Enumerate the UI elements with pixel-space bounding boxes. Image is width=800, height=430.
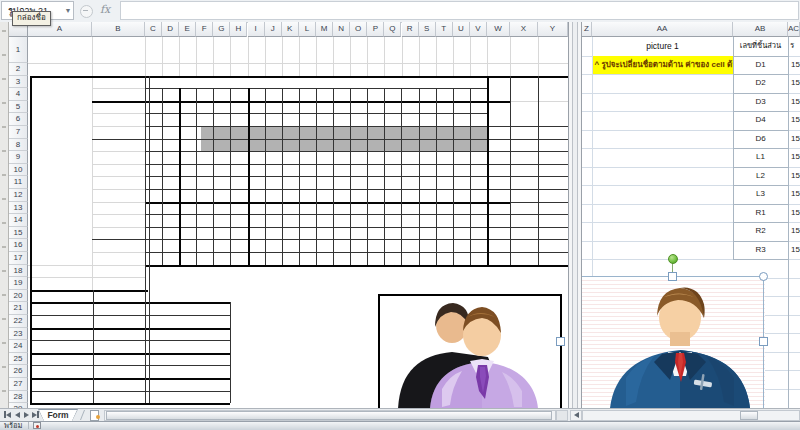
column-header-G[interactable]: G <box>213 22 230 37</box>
macro-record-icon[interactable] <box>33 422 41 429</box>
selected-picture[interactable] <box>596 282 764 408</box>
cell-part-D6[interactable]: D6 <box>733 130 788 149</box>
last-sheet-icon[interactable] <box>31 410 40 419</box>
row-header-25[interactable]: 25 <box>9 353 28 366</box>
row-header-22[interactable]: 22 <box>9 315 28 328</box>
right-pane-hscrollbar-thumb[interactable] <box>740 411 758 420</box>
column-header-H[interactable]: H <box>230 22 247 37</box>
row-header-17[interactable]: 17 <box>9 252 28 265</box>
column-header-AC[interactable]: AC <box>788 22 800 37</box>
row-header-4[interactable]: 4 <box>9 88 28 101</box>
scroll-left-icon[interactable] <box>570 410 582 421</box>
column-header-J[interactable]: J <box>265 22 282 37</box>
row-header-8[interactable]: 8 <box>9 139 28 152</box>
resize-handle-top[interactable] <box>668 272 677 281</box>
row-header-10[interactable]: 10 <box>9 164 28 177</box>
cell-part-D1[interactable]: D1 <box>733 56 788 75</box>
cell-value-D3[interactable]: 150 <box>791 93 800 112</box>
row-header-27[interactable]: 27 <box>9 378 28 391</box>
cell-clipped-header[interactable]: ร <box>790 37 800 55</box>
column-header-M[interactable]: M <box>316 22 333 37</box>
sheet-tab-form[interactable]: Form <box>38 409 78 421</box>
row-header-18[interactable]: 18 <box>9 265 28 278</box>
column-header-F[interactable]: F <box>196 22 213 37</box>
column-header-L[interactable]: L <box>299 22 316 37</box>
row-header-3[interactable]: 3 <box>9 76 28 89</box>
column-header-X[interactable]: X <box>510 22 538 37</box>
column-header-W[interactable]: W <box>487 22 510 37</box>
column-header-E[interactable]: E <box>179 22 196 37</box>
row-header-21[interactable]: 21 <box>9 302 28 315</box>
column-header-V[interactable]: V <box>470 22 487 37</box>
yellow-note-cell[interactable]: ^ รูปจะเปลี่ยนชื่อตามด้าน ค่าของ cell ด้… <box>593 56 733 74</box>
cell-part-D4[interactable]: D4 <box>733 111 788 130</box>
row-header-2[interactable]: 2 <box>9 63 28 76</box>
column-header-R[interactable]: R <box>402 22 419 37</box>
row-header-23[interactable]: 23 <box>9 328 28 341</box>
resize-handle-left[interactable] <box>556 337 565 346</box>
pane-split-bar[interactable] <box>568 22 582 421</box>
cell-value-D4[interactable]: 150 <box>791 111 800 130</box>
cell-picture-label[interactable]: picture 1 <box>592 37 733 55</box>
column-header-C[interactable]: C <box>145 22 162 37</box>
next-sheet-icon[interactable] <box>22 410 31 419</box>
column-header-K[interactable]: K <box>282 22 299 37</box>
column-header-T[interactable]: T <box>436 22 453 37</box>
column-header-Y[interactable]: Y <box>538 22 568 37</box>
picture-frame-box[interactable] <box>378 294 562 408</box>
cell-value-L3[interactable]: 150 <box>791 185 800 204</box>
prev-sheet-icon[interactable] <box>13 410 22 419</box>
column-header-B[interactable]: B <box>92 22 145 37</box>
resize-handle-top-right[interactable] <box>759 272 768 281</box>
row-header-15[interactable]: 15 <box>9 227 28 240</box>
formula-bar-options-icon[interactable] <box>80 5 93 18</box>
scrollbar-resize-box[interactable] <box>556 410 568 421</box>
column-header-D[interactable]: D <box>162 22 179 37</box>
row-header-12[interactable]: 12 <box>9 189 28 202</box>
right-pane-hscrollbar[interactable] <box>582 410 800 421</box>
cell-part-L1[interactable]: L1 <box>733 148 788 167</box>
row-header-13[interactable]: 13 <box>9 202 28 215</box>
column-header-I[interactable]: I <box>248 22 265 37</box>
cell-part-R1[interactable]: R1 <box>733 204 788 223</box>
row-header-24[interactable]: 24 <box>9 340 28 353</box>
cell-value-D6[interactable]: 150 <box>791 130 800 149</box>
cell-part-L3[interactable]: L3 <box>733 185 788 204</box>
row-header-19[interactable]: 19 <box>9 277 28 290</box>
cell-part-D3[interactable]: D3 <box>733 93 788 112</box>
cell-value-R2[interactable]: 150 <box>791 222 800 241</box>
cell-part-D2[interactable]: D2 <box>733 74 788 93</box>
row-header-9[interactable]: 9 <box>9 151 28 164</box>
column-header-O[interactable]: O <box>350 22 367 37</box>
cell-value-D2[interactable]: 150 <box>791 74 800 93</box>
first-sheet-icon[interactable] <box>3 410 12 419</box>
rotation-handle[interactable] <box>668 254 678 264</box>
column-header-AA[interactable]: AA <box>592 22 733 37</box>
row-header-14[interactable]: 14 <box>9 214 28 227</box>
column-header-Q[interactable]: Q <box>384 22 401 37</box>
row-header-6[interactable]: 6 <box>9 113 28 126</box>
formula-input[interactable] <box>120 1 799 20</box>
cell-value-R3[interactable]: 150 <box>791 241 800 260</box>
row-header-1[interactable]: 1 <box>9 37 28 63</box>
column-header-P[interactable]: P <box>367 22 384 37</box>
row-header-11[interactable]: 11 <box>9 176 28 189</box>
row-header-26[interactable]: 26 <box>9 365 28 378</box>
insert-function-icon[interactable]: fx <box>100 3 118 19</box>
cell-value-R1[interactable]: 150 <box>791 204 800 223</box>
column-header-N[interactable]: N <box>333 22 350 37</box>
row-header-5[interactable]: 5 <box>9 101 28 114</box>
resize-handle-right[interactable] <box>759 337 768 346</box>
left-pane-hscrollbar-thumb[interactable] <box>106 411 552 420</box>
cell-part-L2[interactable]: L2 <box>733 167 788 186</box>
cell-value-D1[interactable]: 150 <box>791 56 800 75</box>
cell-value-L2[interactable]: 150 <box>791 167 800 186</box>
column-header-U[interactable]: U <box>453 22 470 37</box>
column-header-AB[interactable]: AB <box>733 22 788 37</box>
cell-value-L1[interactable]: 150 <box>791 148 800 167</box>
column-header-Z[interactable]: Z <box>582 22 592 37</box>
row-header-16[interactable]: 16 <box>9 239 28 252</box>
cell-part-R3[interactable]: R3 <box>733 241 788 260</box>
insert-worksheet-icon[interactable] <box>90 410 101 420</box>
row-header-28[interactable]: 28 <box>9 391 28 404</box>
